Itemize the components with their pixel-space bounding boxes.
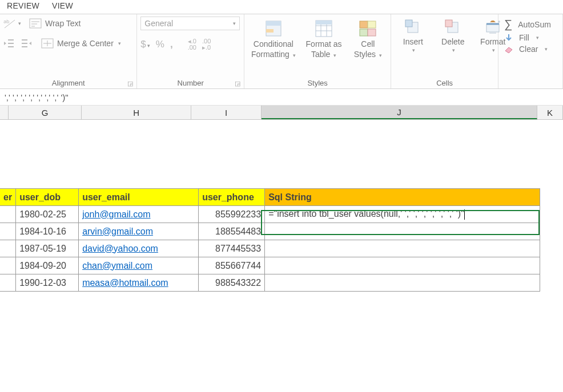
merge-center-button[interactable]: Merge & Center ▾ (41, 38, 121, 49)
comma-format-button[interactable]: , (170, 39, 173, 50)
cell-phone[interactable]: 855667744 (199, 257, 265, 274)
cell[interactable] (0, 257, 16, 274)
sigma-icon: ∑ (504, 18, 512, 31)
formula-bar-text: ',' ',' ',' ',' ',' ',' ',' ')" (5, 92, 69, 102)
number-launcher-icon[interactable]: ◲ (234, 79, 242, 87)
table-row: 1990-12-03 measa@hotmail.com 988543322 (0, 274, 540, 292)
conditional-formatting-label-1: Conditional (254, 39, 293, 49)
text-caret (464, 209, 465, 220)
cell-styles-button[interactable]: Cell Styles ▾ (349, 18, 386, 60)
decrease-decimal-button[interactable]: .00▸.0 (202, 38, 211, 51)
format-as-table-button[interactable]: Format as Table ▾ (304, 18, 344, 60)
increase-indent-icon[interactable] (21, 38, 32, 49)
svg-rect-5 (266, 29, 274, 33)
worksheet[interactable]: er user_dob user_email user_phone Sql St… (0, 120, 563, 392)
header-sql-string[interactable]: Sql String (265, 189, 540, 206)
cell-phone[interactable]: 188554483 (199, 223, 265, 240)
delete-label: Delete (441, 37, 464, 46)
conditional-formatting-button[interactable]: Conditional Formatting ▾ (249, 18, 298, 60)
cell-styles-label-1: Cell (361, 39, 375, 49)
col-header-i[interactable]: I (191, 106, 261, 119)
cell-email[interactable]: measa@hotmail.com (79, 274, 199, 292)
insert-label: Insert (403, 37, 423, 46)
number-format-select[interactable]: General ▾ (140, 17, 240, 30)
group-label-styles: Styles (244, 79, 391, 87)
cell-sql[interactable]: ="insert into tbl_user values(null,' ','… (265, 206, 540, 223)
accounting-format-button[interactable]: $▾ (140, 39, 150, 50)
cell-sql[interactable] (265, 223, 540, 240)
orientation-icon[interactable]: ᵃᵇ▾ (3, 18, 21, 29)
svg-rect-10 (360, 29, 368, 36)
svg-rect-15 (445, 20, 452, 27)
cell-sql[interactable] (265, 240, 540, 257)
table-row: 1987-05-19 david@yahoo.com 877445533 (0, 240, 540, 257)
delete-button[interactable]: Delete ▾ (435, 18, 471, 54)
wrap-text-label: Wrap Text (45, 19, 81, 28)
group-label-cells: Cells (391, 79, 498, 87)
col-header-k[interactable]: K (537, 106, 563, 119)
cell-sql[interactable] (265, 257, 540, 274)
cell-phone[interactable]: 855992233 (199, 206, 265, 223)
format-as-table-label-2: Table (311, 50, 330, 59)
clear-button[interactable]: Clear▾ (502, 43, 559, 55)
autosum-label: AutoSum (518, 20, 551, 29)
fill-label: Fill (519, 33, 529, 42)
group-label-alignment: Alignment (0, 79, 136, 87)
svg-rect-13 (405, 20, 412, 27)
ribbon: ᵃᵇ▾ Wrap Text Merge & Center ▾ Alignment… (0, 14, 563, 89)
decrease-indent-icon[interactable] (3, 38, 15, 49)
tab-review[interactable]: REVIEW (6, 1, 41, 13)
cell-sql[interactable] (265, 274, 540, 292)
header-user-dob[interactable]: user_dob (16, 189, 79, 206)
cell[interactable] (0, 274, 16, 292)
fill-button[interactable]: Fill▾ (502, 32, 559, 43)
merge-center-label: Merge & Center (57, 39, 114, 48)
format-as-table-label-1: Format as (306, 39, 342, 49)
cell-email[interactable]: arvin@gmail.com (79, 223, 199, 240)
cell-dob[interactable]: 1987-05-19 (16, 240, 79, 257)
cell[interactable] (0, 240, 16, 257)
data-table: er user_dob user_email user_phone Sql St… (0, 188, 540, 292)
table-row: 1984-09-20 chan@ymail.com 855667744 (0, 257, 540, 274)
col-header-j[interactable]: J (262, 106, 538, 119)
column-headers: G H I J K (0, 106, 563, 120)
ribbon-tabs: REVIEW VIEW (0, 0, 563, 14)
cell-dob[interactable]: 1990-12-03 (16, 274, 79, 292)
percent-format-button[interactable]: % (156, 39, 164, 50)
svg-rect-16 (486, 24, 499, 32)
cell-dob[interactable]: 1984-09-20 (16, 257, 79, 274)
eraser-icon (504, 45, 513, 53)
cell-dob[interactable]: 1980-02-25 (16, 206, 79, 223)
header-er[interactable]: er (0, 189, 16, 206)
col-header-g[interactable]: G (9, 106, 82, 119)
header-user-phone[interactable]: user_phone (199, 189, 265, 206)
conditional-formatting-label-2: Formatting (251, 50, 289, 59)
increase-decimal-button[interactable]: ◂.0.00 (188, 38, 196, 51)
table-row: 1984-10-16 arvin@gmail.com 188554483 (0, 223, 540, 240)
header-user-email[interactable]: user_email (79, 189, 199, 206)
svg-rect-7 (316, 21, 332, 25)
cell-email[interactable]: david@yahoo.com (79, 240, 199, 257)
tab-view[interactable]: VIEW (51, 1, 74, 13)
cell-phone[interactable]: 988543322 (199, 274, 265, 292)
col-header-blank[interactable] (0, 106, 9, 119)
autosum-button[interactable]: ∑ AutoSum (502, 17, 559, 32)
alignment-launcher-icon[interactable]: ◲ (126, 79, 134, 87)
formula-bar[interactable]: ',' ',' ',' ',' ',' ',' ',' ')" (0, 89, 563, 106)
cell[interactable] (0, 223, 16, 240)
cell-email[interactable]: chan@ymail.com (79, 257, 199, 274)
col-header-h[interactable]: H (82, 106, 191, 119)
insert-button[interactable]: Insert ▾ (395, 18, 431, 54)
group-label-number: Number (137, 79, 244, 87)
cell-styles-label-2: Styles (354, 50, 376, 59)
svg-text:ᵃᵇ: ᵃᵇ (3, 18, 10, 27)
cell-email[interactable]: jonh@gmail.com (79, 206, 199, 223)
svg-rect-1 (30, 19, 41, 28)
cell-dob[interactable]: 1984-10-16 (16, 223, 79, 240)
cell-sql-text: ="insert into tbl_user values(null,' ','… (268, 209, 464, 219)
cell[interactable] (0, 206, 16, 223)
table-header-row: er user_dob user_email user_phone Sql St… (0, 189, 540, 206)
wrap-text-button[interactable]: Wrap Text (29, 18, 81, 29)
svg-rect-11 (368, 29, 376, 36)
cell-phone[interactable]: 877445533 (199, 240, 265, 257)
